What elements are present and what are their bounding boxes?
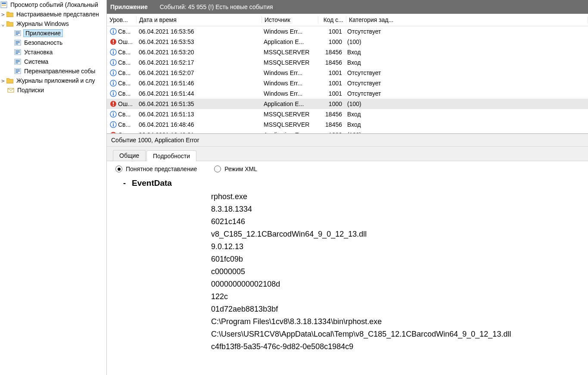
event-row[interactable]: Св...06.04.2021 16:52:07Windows Err...10… xyxy=(107,68,588,78)
cell-source: Application E... xyxy=(261,100,317,107)
event-row[interactable]: Св...06.04.2021 16:52:17MSSQLSERVER18456… xyxy=(107,57,588,68)
cell-code: 1000 xyxy=(317,38,345,45)
cell-category: Отсутствует xyxy=(345,90,588,97)
col-datetime[interactable]: Дата и время xyxy=(137,16,262,23)
svg-rect-32 xyxy=(113,50,114,51)
error-icon xyxy=(109,38,117,45)
tree-system-log[interactable]: Система xyxy=(0,57,106,66)
svg-rect-2 xyxy=(2,5,6,6)
header-stats: Событий: 45 955 (!) Есть новые события xyxy=(160,3,273,10)
event-row[interactable]: Ош...06.04.2021 16:53:53Application E...… xyxy=(107,37,588,47)
svg-rect-10 xyxy=(16,44,18,44)
svg-rect-53 xyxy=(113,123,114,124)
eventdata-item: 122c xyxy=(211,291,581,303)
tree-forwarded-log[interactable]: Перенаправленные собы xyxy=(0,66,106,76)
navigation-tree[interactable]: Просмотр событий (Локальный > Настраивае… xyxy=(0,0,107,375)
tree-application-log[interactable]: Приложение xyxy=(0,28,106,38)
cell-source: Application E... xyxy=(261,131,317,133)
cell-code: 1001 xyxy=(317,28,345,35)
svg-rect-26 xyxy=(113,30,114,31)
cell-source: Windows Err... xyxy=(261,90,317,97)
eventdata-title: EventData xyxy=(132,178,172,188)
info-icon xyxy=(109,80,117,87)
cell-datetime: 06.04.2021 16:51:46 xyxy=(136,80,261,87)
svg-rect-50 xyxy=(113,112,114,113)
folder-icon xyxy=(6,77,14,84)
svg-rect-13 xyxy=(16,52,20,53)
svg-rect-5 xyxy=(16,33,20,34)
event-row[interactable]: Св...06.04.2021 16:53:56Windows Err...10… xyxy=(107,26,588,37)
cell-datetime: 06.04.2021 16:51:13 xyxy=(136,111,261,118)
info-icon xyxy=(109,59,117,66)
tree-custom-views[interactable]: > Настраиваемые представлен xyxy=(0,9,106,19)
svg-rect-46 xyxy=(113,102,114,105)
cell-source: MSSQLSERVER xyxy=(261,59,317,66)
column-headers[interactable]: Уров... Дата и время Источник Код с... К… xyxy=(107,14,588,26)
radio-label: Понятное представление xyxy=(126,166,197,172)
cell-level: Ош... xyxy=(118,100,133,107)
tree-windows-logs[interactable]: ⌄ Журналы Windows xyxy=(0,19,106,28)
svg-rect-37 xyxy=(113,72,114,75)
event-row[interactable]: Св...06.04.2021 16:51:13MSSQLSERVER18456… xyxy=(107,109,588,119)
eventdata-item: rphost.exe xyxy=(211,191,581,203)
eventdata-item: c0000005 xyxy=(211,266,581,278)
cell-code: 18456 xyxy=(317,59,345,66)
col-code[interactable]: Код с... xyxy=(318,16,346,23)
svg-rect-55 xyxy=(113,133,114,134)
tab-general[interactable]: Общие xyxy=(113,150,146,161)
svg-rect-49 xyxy=(113,114,114,116)
cell-level: Св... xyxy=(118,28,131,35)
svg-rect-12 xyxy=(16,50,20,51)
cell-source: Application E... xyxy=(261,38,317,45)
tree-setup-log[interactable]: Установка xyxy=(0,47,106,57)
svg-rect-9 xyxy=(16,42,20,43)
col-category[interactable]: Категория зад... xyxy=(346,16,588,23)
info-icon xyxy=(109,111,117,118)
eventdata-item: c4fb13f8-5a35-476c-9d82-0e508c1984c9 xyxy=(211,341,581,353)
header-title: Приложение xyxy=(110,3,148,10)
expand-icon[interactable]: > xyxy=(0,11,6,18)
event-row[interactable]: Св...06.04.2021 16:53:20MSSQLSERVER18456… xyxy=(107,47,588,57)
log-icon xyxy=(14,30,22,37)
radio-friendly-view[interactable]: Понятное представление xyxy=(115,166,197,172)
tree-label: Просмотр событий (Локальный xyxy=(9,1,99,9)
collapse-icon[interactable]: - xyxy=(123,178,126,188)
cell-level: Св... xyxy=(118,80,131,87)
tree-security-log[interactable]: Безопасность xyxy=(0,38,106,47)
expand-icon[interactable]: > xyxy=(0,78,6,84)
cell-source: Windows Err... xyxy=(261,69,317,76)
event-row[interactable]: Ош...06.04.2021 16:51:35Application E...… xyxy=(107,99,588,109)
radio-xml-view[interactable]: Режим XML xyxy=(214,166,257,172)
tree-label: Подписки xyxy=(16,86,45,94)
event-row[interactable]: Св...06.04.2021 16:51:46Windows Err...10… xyxy=(107,78,588,88)
event-row[interactable]: Св...06.04.2021 16:48:46MSSQLSERVER18456… xyxy=(107,119,588,130)
svg-rect-35 xyxy=(113,61,114,62)
cell-code: 1000 xyxy=(317,131,345,133)
cell-datetime: 06.04.2021 16:51:44 xyxy=(136,90,261,97)
cell-level: Св... xyxy=(118,69,131,76)
event-list[interactable]: Уров... Дата и время Источник Код с... К… xyxy=(107,14,588,134)
cell-level: Св... xyxy=(118,111,131,118)
cell-datetime: 06.04.2021 16:53:53 xyxy=(136,38,261,45)
event-row[interactable]: Ош...06.04.2021 16:48:31Application E...… xyxy=(107,130,588,133)
svg-rect-31 xyxy=(113,52,114,54)
col-source[interactable]: Источник xyxy=(262,16,318,23)
tree-subscriptions[interactable]: Подписки xyxy=(0,85,106,95)
svg-rect-41 xyxy=(113,81,114,82)
log-icon xyxy=(14,68,22,75)
log-icon xyxy=(14,49,22,56)
collapse-icon[interactable]: ⌄ xyxy=(0,21,6,27)
tab-details[interactable]: Подробности xyxy=(146,150,196,161)
tree-label: Журналы Windows xyxy=(16,20,70,28)
svg-rect-38 xyxy=(113,71,114,72)
tree-root[interactable]: Просмотр событий (Локальный xyxy=(0,0,106,9)
cell-category: (100) xyxy=(345,131,588,133)
cell-source: Windows Err... xyxy=(261,80,317,87)
tree-label: Приложение xyxy=(23,29,63,37)
event-row[interactable]: Св...06.04.2021 16:51:44Windows Err...10… xyxy=(107,88,588,99)
log-icon xyxy=(14,39,22,46)
col-level[interactable]: Уров... xyxy=(107,16,137,23)
eventdata-item: v8_C185_12.1CBarcodWin64_9_0_12_13.dll xyxy=(211,228,581,241)
eventdata-item: 01d72aeb8813b3bf xyxy=(211,303,581,316)
tree-app-services[interactable]: > Журналы приложений и слу xyxy=(0,76,106,85)
